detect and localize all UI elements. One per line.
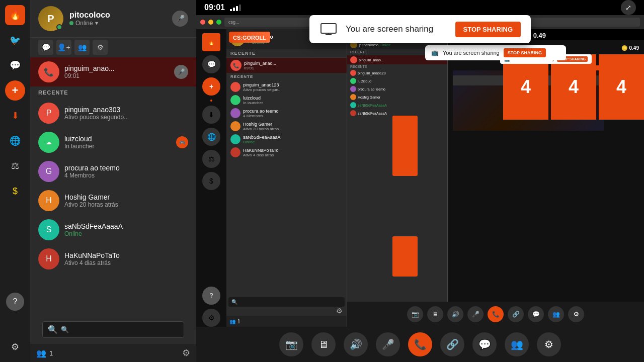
nested-friend-4[interactable]: Hoshig Gamer Ativo 20 horas atrás xyxy=(226,120,347,133)
nf-info: Hoshig Gamer Ativo 20 horas atrás xyxy=(243,122,279,131)
deep-f3[interactable]: procura ao teemo xyxy=(347,85,447,93)
friend-item[interactable]: H HaKuNNaPoTaTo Ativo 4 dias atrás xyxy=(30,244,196,274)
nested-friend-2[interactable]: luizcloud In launcher xyxy=(226,94,347,107)
mic-toggle-button[interactable]: 🎤 xyxy=(172,11,188,27)
nested-ppl-btn[interactable]: 👥 xyxy=(548,306,564,322)
download-icon[interactable]: ⬇ xyxy=(5,106,25,126)
volume-button[interactable]: 🔊 xyxy=(344,332,368,356)
settings-button[interactable]: ⚙ xyxy=(537,332,561,356)
nested-cfg-btn[interactable]: ⚙ xyxy=(568,306,584,322)
call-mic-button[interactable]: 🎤 xyxy=(174,65,188,79)
deep-call-av xyxy=(350,56,357,63)
mute-button[interactable]: 🎤 xyxy=(376,332,400,356)
people-button[interactable]: 👥 xyxy=(505,332,529,356)
nested-cam-btn[interactable]: 📷 xyxy=(407,306,423,322)
csgo-settings-small[interactable]: ⚙ xyxy=(202,309,220,327)
nested-friends-panel: P pitocoloco ● Online ▾ RECENTE 📞 pingui… xyxy=(226,29,347,327)
chat-sidebar-icon[interactable]: 💬 xyxy=(5,55,25,75)
csgo-download-icon[interactable]: ⬇ xyxy=(202,106,220,124)
nested-stop-btn[interactable]: STOP SHARING xyxy=(504,48,546,57)
friend-item[interactable]: P pinguim_anao303 Ativo poucos segundo..… xyxy=(30,99,196,128)
nf-name: luizcloud xyxy=(243,96,263,101)
nested-friend-5[interactable]: saNbSdFeaAaaaA Online xyxy=(226,133,347,146)
friend-item[interactable]: H Hoshig Gamer Ativo 20 horas atrás xyxy=(30,186,196,215)
csgo-help-small[interactable]: ? xyxy=(202,287,220,305)
csgo-scale-icon[interactable]: ⚖ xyxy=(202,150,220,168)
nested-search-icon: 🔍 xyxy=(231,299,237,305)
logo-icon[interactable]: 🔥 xyxy=(5,5,25,25)
group-icon[interactable]: 👥 xyxy=(74,40,90,55)
signal-bars xyxy=(230,4,241,11)
camera-button[interactable]: 📷 xyxy=(279,332,303,356)
nested-friend-1[interactable]: pinguim_anao123 Ativo poucos segun... xyxy=(226,80,347,94)
group-bottom-icon: 👥 xyxy=(36,348,46,358)
friend-item[interactable]: ☁ luizcloud In launcher 🎮 xyxy=(30,128,196,157)
max-dot xyxy=(216,20,221,25)
balance-icon[interactable]: ⚖ xyxy=(5,156,25,176)
deep-f2[interactable]: luizcloud xyxy=(347,77,447,85)
friend-avatar: P xyxy=(38,103,59,124)
nested-hangup-btn[interactable]: 📞 xyxy=(488,306,504,322)
nested-ss-btn[interactable]: 🖥 xyxy=(427,306,443,322)
csgo-logo-label: CS:GOROLL xyxy=(233,35,266,41)
search-bar[interactable]: 🔍 xyxy=(42,321,184,338)
nested-vol-btn[interactable]: 🔊 xyxy=(447,306,463,322)
friends-panel: P pitocoloco Online ▾ 🎤 💬 👤+ 👥 ⚙ 📞 pingu… xyxy=(30,0,196,362)
status-dropdown-icon[interactable]: ▾ xyxy=(95,20,98,27)
nested-msg-btn[interactable]: 💬 xyxy=(528,306,544,322)
search-icon: 🔍 xyxy=(48,325,58,334)
search-input[interactable] xyxy=(61,326,179,333)
friend-status: Ativo 4 dias atrás xyxy=(64,259,188,266)
nf-name: Hoshig Gamer xyxy=(243,122,279,127)
dollar-icon[interactable]: $ xyxy=(5,181,25,201)
deep-f2-av xyxy=(350,78,356,84)
right-num-1: 4 xyxy=(616,76,626,98)
help-icon[interactable]: ? xyxy=(5,292,25,312)
nested-friend-3[interactable]: procura ao teemo 4 Membros xyxy=(226,107,347,120)
nested-calling-item[interactable]: 📞 pinguim_anao... 09:01 xyxy=(226,58,347,73)
deep-balance: 🪙 0.49 xyxy=(621,45,639,51)
stop-sharing-button[interactable]: STOP SHARING xyxy=(455,22,521,37)
hangup-button[interactable]: 📞 xyxy=(408,332,432,356)
globe-icon[interactable]: 🌐 xyxy=(5,131,25,151)
deep-f1[interactable]: pinguim_anao123 xyxy=(347,69,447,77)
left-red-banner-2 xyxy=(392,236,418,277)
deep-f4[interactable]: Hoshig Gamer xyxy=(347,93,447,101)
message-button[interactable]: 💬 xyxy=(472,332,497,356)
csgo-dollar-icon[interactable]: $ xyxy=(202,172,220,190)
csgo-add-icon[interactable]: + xyxy=(202,77,220,96)
friend-avatar: H xyxy=(38,248,59,269)
twitter-icon[interactable]: 🐦 xyxy=(5,30,25,50)
link-button[interactable]: 🔗 xyxy=(440,332,464,356)
csgo-globe-icon[interactable]: 🌐 xyxy=(202,128,220,146)
nested-mic-btn[interactable]: 🎤 xyxy=(467,306,484,322)
deep-f5[interactable]: saNbSdFeaAaaaA xyxy=(347,101,447,109)
recent-section-label: RECENTE xyxy=(30,86,196,99)
active-call-item[interactable]: 📞 pinguim_anao... 09:01 🎤 xyxy=(30,57,196,86)
friend-status: Ativo 20 horas atrás xyxy=(64,201,188,208)
settings-sidebar-icon[interactable]: ⚙ xyxy=(5,337,25,357)
nf-name: saNbSdFeaAaaaA xyxy=(243,135,281,140)
nested-link-btn[interactable]: 🔗 xyxy=(508,306,524,322)
friend-item[interactable]: G procura ao teemo 4 Membros xyxy=(30,157,196,186)
deep-status: Online xyxy=(380,43,390,47)
chat-nav-icon[interactable]: 💬 xyxy=(38,40,53,55)
nested-call-avatar: 📞 xyxy=(230,60,242,71)
csgo-left-nav: 🔥 💬 + ⬇ 🌐 ⚖ $ ? ⚙ xyxy=(196,29,226,327)
screenshare-button[interactable]: 🖥 xyxy=(311,332,336,356)
friend-status: Ativo poucos segundo... xyxy=(64,114,188,121)
expand-icon[interactable]: ⤢ xyxy=(621,0,636,15)
nested-search[interactable]: 🔍 xyxy=(228,297,345,307)
status-display[interactable]: Online ▾ xyxy=(69,20,110,27)
add-icon[interactable]: + xyxy=(5,80,25,101)
friend-item[interactable]: S saNbSdFeaAaaaA Online xyxy=(30,215,196,244)
calling-friend-info: pinguim_anao... 09:01 xyxy=(64,64,169,79)
nested-friend-6[interactable]: HaKuNNaPoTaTo Ativo 4 dias atrás xyxy=(226,146,347,159)
csgo-chat-icon[interactable]: 💬 xyxy=(202,55,220,73)
settings-bottom-icon[interactable]: ⚙ xyxy=(182,347,190,358)
friend-status: Online xyxy=(64,230,188,237)
nested-settings-icon[interactable]: ⚙ xyxy=(336,307,343,315)
friend-status: 4 Membros xyxy=(64,172,188,179)
add-friend-icon[interactable]: 👤+ xyxy=(56,40,71,55)
settings-nav-icon[interactable]: ⚙ xyxy=(93,40,108,55)
